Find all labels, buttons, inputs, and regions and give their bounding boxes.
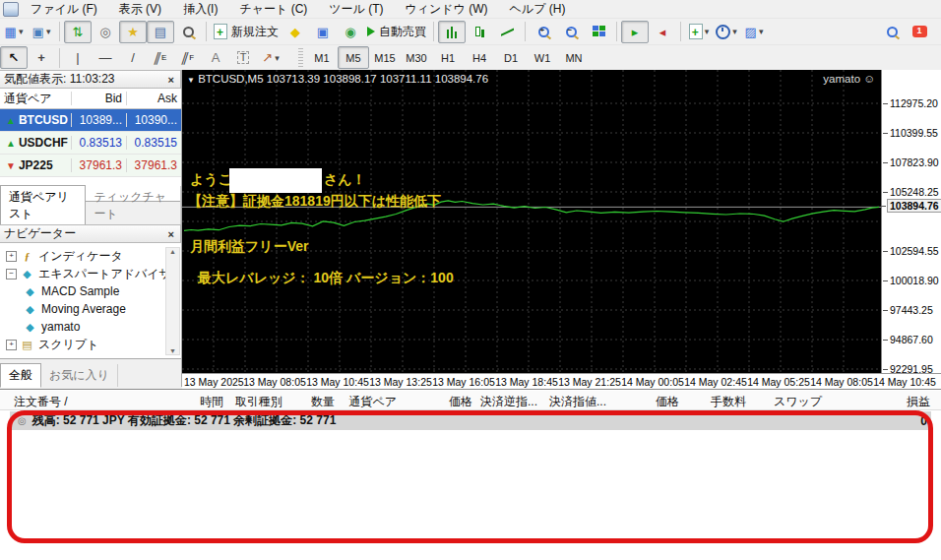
menu-insert[interactable]: 挿入(I) xyxy=(173,0,227,19)
tab-tick-chart[interactable]: ティックチャート xyxy=(86,186,181,225)
column-type[interactable]: 取引種別 xyxy=(235,394,282,410)
timeframe-m5-button[interactable]: M5 xyxy=(338,46,369,69)
tab-symbols-list[interactable]: 通貨ペアリスト xyxy=(0,185,86,226)
column-stoploss[interactable]: 決済逆指... xyxy=(480,394,537,410)
menu-view[interactable]: 表示 (V) xyxy=(109,0,171,19)
symbol-row-usdchf[interactable]: ▲USDCHF 0.83513 0.83515 xyxy=(0,132,181,155)
column-takeprofit[interactable]: 決済指値... xyxy=(549,394,606,410)
tree-item-macd-sample[interactable]: ◆ MACD Sample xyxy=(24,282,181,300)
profiles-button[interactable]: ▣▾ xyxy=(28,21,55,43)
metaeditor-button[interactable]: ◆ xyxy=(282,21,309,43)
menu-window[interactable]: ウィンドウ (W) xyxy=(396,0,498,19)
column-close-price[interactable]: 価格 xyxy=(656,394,679,410)
market-watch-titlebar[interactable]: 気配値表示: 11:03:23 × xyxy=(0,70,181,89)
timeframe-h1-button[interactable]: H1 xyxy=(432,46,464,69)
chart-plot-area[interactable]: ▼ BTCUSD,M5 103713.39 103898.17 103711.1… xyxy=(182,70,882,373)
timeframe-w1-button[interactable]: W1 xyxy=(527,46,558,69)
column-lots[interactable]: 数量 xyxy=(311,394,335,410)
close-icon[interactable]: × xyxy=(166,74,176,86)
market-watch-toggle[interactable]: ⇅ xyxy=(64,21,92,43)
crosshair-button[interactable]: + xyxy=(28,46,55,69)
arrows-button[interactable]: ↗▾ xyxy=(257,46,284,69)
expand-icon[interactable]: + xyxy=(6,251,17,262)
bar-chart-button[interactable] xyxy=(438,21,466,43)
column-symbol[interactable]: 通貨ペア xyxy=(0,91,71,107)
column-bid[interactable]: Bid xyxy=(71,92,126,105)
templates-button[interactable]: ▨▾ xyxy=(740,21,768,43)
tab-favorites[interactable]: お気に入り xyxy=(41,364,118,387)
balance-row[interactable]: ◎ 残高: 52 771 JPY 有効証拠金: 52 771 余剰証拠金: 52… xyxy=(10,411,931,430)
tab-common[interactable]: 全般 xyxy=(0,363,41,388)
tile-windows-button[interactable] xyxy=(585,21,612,43)
close-icon[interactable]: × xyxy=(166,228,176,240)
data-window-button[interactable]: ◎ xyxy=(92,21,119,43)
column-time[interactable]: 時間 xyxy=(200,394,223,410)
horizontal-line-button[interactable]: — xyxy=(92,46,119,69)
candlestick-button[interactable] xyxy=(466,21,493,43)
menu-charts[interactable]: チャート (C) xyxy=(229,0,317,19)
tree-item-yamato[interactable]: ◆ yamato xyxy=(24,318,181,336)
navigator-toggle[interactable]: ★ xyxy=(119,21,147,43)
zoom-in-button[interactable]: + xyxy=(530,21,557,43)
timeframe-m1-button[interactable]: M1 xyxy=(306,46,338,69)
new-chart-button[interactable]: ▦▾ xyxy=(0,21,28,43)
periods-button[interactable]: ▾ xyxy=(713,21,740,43)
column-price[interactable]: 価格 xyxy=(449,394,472,410)
cursor-button[interactable]: ↖ xyxy=(0,46,28,69)
fibonacci-button[interactable]: ∥F xyxy=(174,46,202,69)
tree-item-moving-average[interactable]: ◆ Moving Average xyxy=(24,300,181,318)
notifications-button[interactable]: 1 xyxy=(906,21,933,43)
line-chart-button[interactable] xyxy=(493,21,521,43)
strategy-tester-button[interactable] xyxy=(174,21,202,43)
symbol-row-jp225[interactable]: ▼JP225 37961.3 37961.3 xyxy=(0,155,181,177)
scroll-up-icon[interactable]: ▲ xyxy=(169,248,176,255)
text-button[interactable]: A xyxy=(202,46,229,69)
column-profit[interactable]: 損益 xyxy=(907,394,930,410)
vertical-line-button[interactable]: | xyxy=(64,46,92,69)
timeframe-d1-button[interactable]: D1 xyxy=(495,46,527,69)
column-ask[interactable]: Ask xyxy=(126,92,181,105)
text-label-button[interactable]: T xyxy=(229,46,257,69)
timeframe-m15-button[interactable]: M15 xyxy=(369,46,401,69)
autotrading-play-icon xyxy=(367,27,375,36)
menu-file[interactable]: ファイル (F) xyxy=(21,0,107,19)
community-button[interactable]: ▣ xyxy=(309,21,337,43)
new-order-button[interactable]: 新規注文 xyxy=(211,21,282,43)
zoom-out-button[interactable]: − xyxy=(557,21,585,43)
indicators-button[interactable]: ▾ xyxy=(685,21,713,43)
price-axis[interactable]: 112975.20110399.55107823.90105248.251025… xyxy=(882,70,941,373)
time-axis-label: 13 May 16:05 xyxy=(432,376,495,388)
menu-tools[interactable]: ツール (T) xyxy=(319,0,393,19)
tree-item-scripts[interactable]: + ▤ スクリプト xyxy=(0,336,181,353)
channel-button[interactable]: ∥E xyxy=(147,46,174,69)
chart-menu-triangle-icon[interactable]: ▼ xyxy=(187,76,195,85)
ea-smiley-icon[interactable]: ☺ xyxy=(863,73,875,85)
auto-scroll-toggle[interactable]: ▸ xyxy=(621,21,649,43)
toolbar-grip[interactable] xyxy=(298,48,303,68)
time-axis[interactable]: 13 May 202513 May 08:0513 May 10:4513 Ma… xyxy=(182,373,941,390)
expand-icon[interactable]: + xyxy=(6,340,17,350)
tree-item-expert-advisors[interactable]: − ◆ エキスパートアドバイザ xyxy=(0,265,181,282)
scroll-down-icon[interactable]: ▼ xyxy=(169,347,176,354)
autotrading-button[interactable]: 自動売買 xyxy=(364,21,429,43)
chart-shift-button[interactable]: ◂ xyxy=(649,21,676,43)
symbol-row-btcusd[interactable]: ▲BTCUSD 10389... 10390... xyxy=(0,109,181,132)
column-order[interactable]: 注文番号 / xyxy=(14,394,68,410)
trendline-button[interactable]: / xyxy=(119,46,147,69)
terminal-toggle[interactable]: ▤ xyxy=(147,21,174,43)
collapse-icon[interactable]: − xyxy=(6,269,17,280)
tree-item-label: スクリプト xyxy=(38,337,98,353)
signals-button[interactable]: ◉ xyxy=(337,21,364,43)
search-button[interactable] xyxy=(878,21,906,43)
menu-help[interactable]: ヘルプ (H) xyxy=(500,0,576,19)
navigator-scrollbar[interactable]: ▲ ▼ xyxy=(165,247,180,355)
timeframe-h4-button[interactable]: H4 xyxy=(464,46,495,69)
column-swap[interactable]: スワップ xyxy=(774,394,822,410)
timeframe-m30-button[interactable]: M30 xyxy=(401,46,432,69)
column-symbol[interactable]: 通貨ペア xyxy=(348,394,397,410)
navigator-titlebar[interactable]: ナビゲーター × xyxy=(0,224,181,243)
metaeditor-icon: ◆ xyxy=(290,26,300,38)
timeframe-mn-button[interactable]: MN xyxy=(558,46,590,69)
column-commission[interactable]: 手数料 xyxy=(711,394,746,410)
tree-item-indicators[interactable]: + ƒ インディケータ xyxy=(0,247,181,265)
